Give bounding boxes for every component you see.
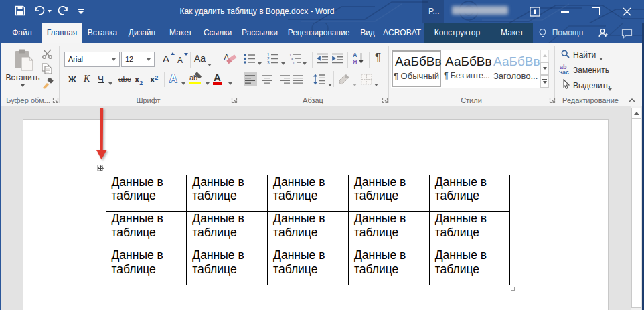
svg-text:А: А bbox=[169, 73, 177, 84]
svg-text:Я: Я bbox=[353, 58, 357, 65]
svg-text:А: А bbox=[353, 52, 357, 58]
svg-text:ac: ac bbox=[562, 69, 569, 75]
svg-text:3: 3 bbox=[267, 60, 270, 64]
svg-text:i: i bbox=[293, 61, 294, 65]
